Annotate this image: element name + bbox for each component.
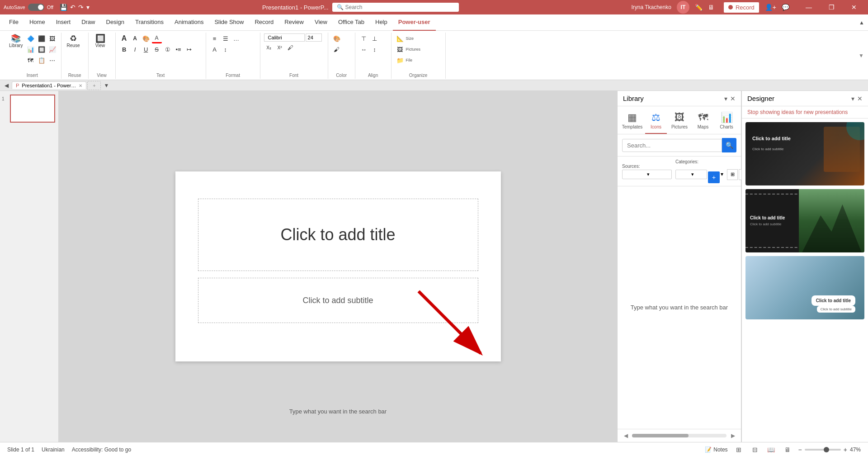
lib-tab-maps[interactable]: 🗺 Maps bbox=[692, 110, 714, 134]
reading-view-btn[interactable]: 📖 bbox=[766, 444, 777, 455]
font-color-btn[interactable]: A bbox=[152, 33, 162, 43]
design-card-1[interactable]: Click to add title Click to add subtitle bbox=[745, 122, 864, 185]
insert-icon1-btn[interactable]: 🔷 bbox=[26, 33, 36, 43]
sources-select[interactable]: ▾ bbox=[622, 170, 672, 179]
ribbon-collapse-icon[interactable]: ▲ bbox=[859, 19, 864, 26]
tab-scroll-btn[interactable]: ▼ bbox=[102, 81, 111, 90]
slide-thumbnail-1[interactable] bbox=[10, 95, 55, 123]
categories-select[interactable]: ▾ bbox=[675, 170, 707, 179]
accessibility-status[interactable]: Accessibility: Good to go bbox=[72, 446, 131, 453]
scroll-track[interactable] bbox=[632, 434, 726, 437]
insert-more-btn[interactable]: ⋯ bbox=[47, 55, 57, 65]
tab-slideshow[interactable]: Slide Show bbox=[209, 14, 249, 31]
lib-tab-charts[interactable]: 📊 Charts bbox=[716, 110, 737, 134]
text-effects-btn[interactable]: A bbox=[210, 44, 220, 54]
strikethrough-btn[interactable]: S bbox=[152, 44, 162, 54]
tab-home[interactable]: Home bbox=[24, 14, 51, 31]
view-btn[interactable]: 🔲 View bbox=[92, 33, 108, 49]
tab-close-btn[interactable]: ✕ bbox=[79, 83, 82, 88]
ribbon-expand-icon[interactable]: ▼ bbox=[858, 52, 864, 59]
library-search-input[interactable] bbox=[622, 139, 722, 152]
insert-agenda-btn[interactable]: 📋 bbox=[37, 55, 47, 65]
minimize-button[interactable]: — bbox=[798, 0, 819, 14]
paint-format-btn[interactable]: 🎨 bbox=[141, 33, 151, 43]
record-button[interactable]: Record bbox=[723, 2, 760, 13]
save-icon[interactable]: 💾 bbox=[60, 4, 67, 11]
designer-collapse-btn[interactable]: ▾ bbox=[851, 95, 854, 102]
design-card-2[interactable]: Click to add title Click to add subtitle bbox=[745, 189, 864, 252]
spacing-btn[interactable]: ↕ bbox=[221, 44, 231, 54]
add-category-chevron[interactable]: ▾ bbox=[721, 171, 723, 177]
tab-file[interactable]: File bbox=[4, 14, 24, 31]
lib-tab-templates[interactable]: ▦ Templates bbox=[621, 110, 643, 134]
title-placeholder[interactable]: Click to add title bbox=[198, 199, 478, 271]
undo-icon[interactable]: ↶ bbox=[70, 4, 75, 11]
scroll-right-btn[interactable]: ▶ bbox=[728, 431, 737, 440]
insert-icon2-btn[interactable]: 📊 bbox=[26, 44, 36, 54]
notes-button[interactable]: 📝 Notes bbox=[705, 446, 727, 453]
close-button[interactable]: ✕ bbox=[844, 0, 864, 14]
tab-design[interactable]: Design bbox=[101, 14, 130, 31]
align-h-btn[interactable]: ↔ bbox=[359, 44, 369, 54]
tab-animations[interactable]: Animations bbox=[169, 14, 209, 31]
library-close-btn[interactable]: ✕ bbox=[730, 95, 736, 102]
library-collapse-btn[interactable]: ▾ bbox=[724, 95, 727, 102]
tab-view[interactable]: View bbox=[309, 14, 333, 31]
tab-record[interactable]: Record bbox=[249, 14, 279, 31]
library-btn[interactable]: 📚 Library bbox=[7, 33, 25, 49]
tab-nav-left[interactable]: ◀ bbox=[2, 81, 11, 90]
zoom-percent[interactable]: 47% bbox=[850, 446, 861, 453]
edit-icon[interactable]: ✏️ bbox=[695, 4, 703, 11]
scroll-left-btn[interactable]: ◀ bbox=[621, 431, 630, 440]
bold-btn[interactable]: B bbox=[119, 44, 129, 54]
present-icon[interactable]: 🖥 bbox=[708, 4, 714, 11]
design-card-3[interactable]: Click to add title Click to add subtitle bbox=[745, 256, 864, 319]
subscript-btn[interactable]: X₂ bbox=[264, 43, 274, 52]
restore-button[interactable]: ❐ bbox=[821, 0, 842, 14]
subtitle-placeholder[interactable]: Click to add subtitle bbox=[198, 278, 478, 323]
zoom-plus-btn[interactable]: + bbox=[844, 446, 847, 453]
bg-color-btn[interactable]: 🖌 bbox=[332, 44, 342, 54]
add-category-btn[interactable]: + bbox=[708, 171, 720, 183]
title-search-bar[interactable]: 🔍 bbox=[332, 3, 459, 12]
library-search-button[interactable]: 🔍 bbox=[722, 138, 736, 152]
font-size-up-btn[interactable]: A bbox=[119, 33, 129, 43]
size-btn[interactable]: 📐 bbox=[395, 33, 405, 43]
tab-poweruser[interactable]: Power-user bbox=[393, 14, 436, 31]
file-btn[interactable]: 📁 bbox=[395, 55, 405, 65]
slide-canvas[interactable]: Click to add title Click to add subtitle bbox=[175, 171, 501, 361]
numbering-btn[interactable]: ① bbox=[163, 44, 173, 54]
insert-icon3-btn[interactable]: 🗺 bbox=[26, 55, 36, 65]
theme-colors-btn[interactable]: 🎨 bbox=[332, 33, 342, 43]
autosave-toggle[interactable] bbox=[28, 4, 44, 11]
tab-review[interactable]: Review bbox=[279, 14, 309, 31]
font-size-dropdown[interactable]: 24 bbox=[306, 33, 322, 42]
stop-showing-link[interactable]: Stop showing ideas for new presentations bbox=[747, 109, 848, 115]
reuse-btn[interactable]: ♻ Reuse bbox=[65, 33, 82, 49]
align-left-btn[interactable]: ≡ bbox=[210, 33, 220, 43]
align-top-btn[interactable]: ⊤ bbox=[359, 33, 369, 43]
normal-view-btn[interactable]: ⊞ bbox=[733, 444, 744, 455]
customize-icon[interactable]: ▾ bbox=[86, 4, 90, 11]
designer-close-btn[interactable]: ✕ bbox=[857, 95, 863, 102]
insert-img-btn[interactable]: 🖼 bbox=[47, 33, 57, 43]
indent-btn[interactable]: ↦ bbox=[184, 44, 194, 54]
font-size-down-btn[interactable]: A bbox=[130, 33, 140, 43]
underline-btn[interactable]: U bbox=[141, 44, 151, 54]
share-icon[interactable]: 👤+ bbox=[765, 4, 776, 11]
tab-transitions[interactable]: Transitions bbox=[130, 14, 169, 31]
tab-insert[interactable]: Insert bbox=[51, 14, 76, 31]
user-avatar[interactable]: IT bbox=[677, 1, 689, 14]
grid-view-btn[interactable]: ⊞ bbox=[727, 169, 738, 180]
tab-draw[interactable]: Draw bbox=[76, 14, 100, 31]
insert-table-btn[interactable]: 🔲 bbox=[37, 44, 47, 54]
bullet-btn[interactable]: •≡ bbox=[174, 44, 184, 54]
comments-icon[interactable]: 💬 bbox=[782, 4, 789, 11]
tab-help[interactable]: Help bbox=[370, 14, 393, 31]
lib-tab-icons[interactable]: ⚖ Icons bbox=[645, 110, 667, 134]
pictures-btn[interactable]: 🖼 bbox=[395, 44, 405, 54]
font-format-btn[interactable]: 🖋 bbox=[286, 43, 296, 52]
zoom-minus-btn[interactable]: − bbox=[798, 446, 802, 453]
new-tab-btn[interactable]: + bbox=[87, 81, 101, 90]
zoom-slider[interactable] bbox=[805, 449, 841, 451]
